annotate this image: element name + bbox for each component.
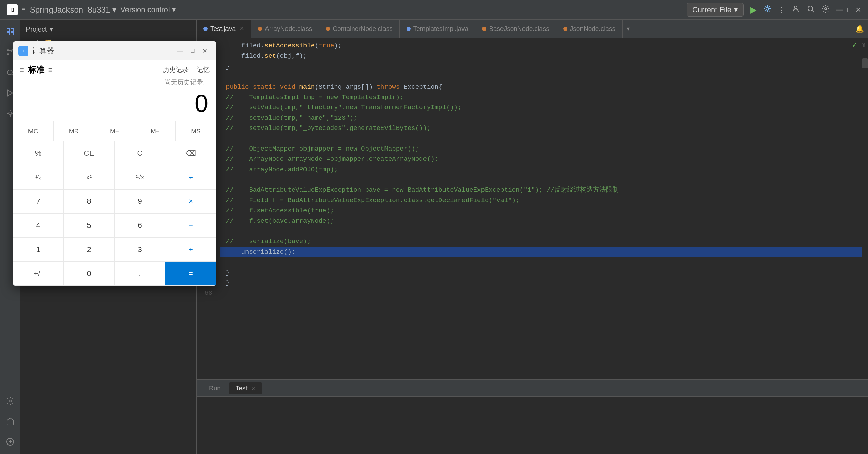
calculator-history-empty: 尚无历史记录。 — [13, 75, 216, 90]
calculator-percent-button[interactable]: % — [13, 141, 64, 165]
margin-indicator: m — [861, 41, 865, 49]
project-label[interactable]: SpringJackson_8u331 ▾ — [30, 5, 117, 15]
bottom-tab-close-icon[interactable]: ✕ — [251, 386, 255, 391]
tab-dot — [482, 27, 486, 31]
run-button[interactable]: ▶ — [750, 5, 756, 15]
calculator-c-button[interactable]: C — [115, 141, 165, 165]
close-button[interactable]: ✕ — [855, 6, 861, 14]
calculator-ms-button[interactable]: MS — [176, 121, 216, 141]
tab-bar: Test.java ✕ ArrayNode.class ContainerNod… — [197, 20, 868, 38]
calculator-square-button[interactable]: x² — [64, 165, 115, 190]
calculator-minimize-button[interactable]: — — [174, 45, 186, 57]
code-line: // setValue(tmp,"_name","123"); — [220, 113, 862, 123]
current-file-text: Current File — [692, 5, 731, 14]
calculator-1-button[interactable]: 1 — [13, 238, 64, 262]
svg-rect-10 — [7, 33, 9, 35]
code-line: filed.setAccessible(true); — [220, 41, 862, 51]
svg-point-6 — [825, 8, 827, 10]
bottom-panel: Run Test ✕ — [197, 379, 868, 454]
bottom-tab-label: Run — [209, 384, 221, 392]
version-control-label[interactable]: Version control ▾ — [120, 5, 176, 14]
calculator-equals-button[interactable]: = — [165, 262, 216, 286]
code-line: // Field f = BadAttributeValueExpExcepti… — [220, 195, 862, 205]
scroll-indicator — [862, 58, 868, 68]
scroll-track[interactable] — [862, 38, 868, 379]
calculator-mplus-button[interactable]: M+ — [94, 121, 135, 141]
calculator-reciprocal-button[interactable]: ¹⁄ₓ — [13, 165, 64, 190]
file-tree-title: Project — [26, 25, 47, 33]
calculator-ce-button[interactable]: CE — [64, 141, 115, 165]
debug-button[interactable] — [763, 5, 771, 15]
svg-marker-16 — [8, 90, 13, 96]
tab-arraynode[interactable]: ArrayNode.class — [251, 20, 319, 38]
code-line: // arrayNode.addPOJO(tmp); — [220, 164, 862, 175]
calculator-history-link[interactable]: 历史记录 — [163, 65, 189, 74]
code-line: // f.setAccessible(true); — [220, 205, 862, 216]
code-line — [220, 257, 862, 267]
calculator-8-button[interactable]: 8 — [64, 190, 115, 214]
calculator-5-button[interactable]: 5 — [64, 214, 115, 238]
sidebar-icon-build[interactable] — [3, 415, 17, 428]
calculator-multiply-button[interactable]: × — [165, 190, 216, 214]
bottom-tab-run[interactable]: Run — [202, 382, 228, 394]
sidebar-icon-project[interactable] — [3, 25, 17, 39]
code-line: public static void main(String args[]) t… — [220, 82, 862, 92]
tab-more-button[interactable]: ▾ — [623, 25, 634, 33]
calculator-mode-label: 标准 — [28, 64, 44, 75]
calculator-decimal-button[interactable]: . — [115, 262, 165, 286]
calculator-subtract-button[interactable]: − — [165, 214, 216, 238]
code-line: // BadAttributeValueExpException bave = … — [220, 185, 862, 195]
calculator-3-button[interactable]: 3 — [115, 238, 165, 262]
calculator-9-button[interactable]: 9 — [115, 190, 165, 214]
settings-button[interactable] — [822, 5, 830, 15]
tab-templatesimpl[interactable]: TemplatesImpl.java — [400, 20, 476, 38]
minimize-button[interactable]: — — [836, 6, 843, 14]
tab-containernode[interactable]: ContainerNode.class — [319, 20, 399, 38]
calculator-divide-button[interactable]: ÷ — [165, 165, 216, 190]
calculator-0-button[interactable]: 0 — [64, 262, 115, 286]
hamburger-icon[interactable]: ≡ — [22, 6, 26, 14]
profile-button[interactable] — [792, 5, 800, 15]
calculator-memory-row: MC MR M+ M− MS — [13, 121, 216, 141]
calculator-2-button[interactable]: 2 — [64, 238, 115, 262]
calculator-mminus-button[interactable]: M− — [135, 121, 176, 141]
tab-close-icon[interactable]: ✕ — [240, 25, 244, 32]
calculator-add-button[interactable]: + — [165, 238, 216, 262]
current-file-button[interactable]: Current File ▾ — [687, 3, 744, 17]
code-editor[interactable]: 42 43 — [197, 38, 868, 379]
tab-label: Test.java — [210, 25, 236, 33]
calculator-7-button[interactable]: 7 — [13, 190, 64, 214]
calculator-4-button[interactable]: 4 — [13, 214, 64, 238]
tab-jsonnode[interactable]: JsonNode.class — [556, 20, 623, 38]
app-icon: IJ — [7, 4, 18, 15]
svg-point-2 — [766, 7, 769, 10]
tab-label: ArrayNode.class — [265, 25, 312, 33]
notification-bell[interactable]: 🔔 — [851, 25, 868, 33]
tab-test-java[interactable]: Test.java ✕ — [197, 20, 251, 38]
calculator-mr-button[interactable]: MR — [54, 121, 94, 141]
calculator-mode-icon[interactable]: ≡ — [48, 66, 53, 74]
tab-basejsonnode[interactable]: BaseJsonNode.class — [475, 20, 556, 38]
calculator-sqrt-button[interactable]: ²√x — [115, 165, 165, 190]
sidebar-icon-plugins[interactable] — [3, 435, 17, 449]
maximize-button[interactable]: □ — [847, 6, 851, 14]
calculator-negate-button[interactable]: +/- — [13, 262, 64, 286]
more-button[interactable]: ⋮ — [778, 6, 785, 14]
svg-rect-8 — [11, 29, 13, 31]
calculator-mc-button[interactable]: MC — [13, 121, 54, 141]
calculator-menu-icon[interactable]: ≡ — [20, 65, 24, 74]
title-bar: IJ ≡ SpringJackson_8u331 ▾ Version contr… — [0, 0, 868, 20]
svg-point-12 — [7, 54, 9, 55]
code-line — [220, 72, 862, 82]
title-bar-left: IJ ≡ SpringJackson_8u331 ▾ Version contr… — [7, 4, 176, 15]
calculator-backspace-button[interactable]: ⌫ — [165, 141, 216, 165]
calculator-close-button[interactable]: ✕ — [199, 45, 211, 57]
calculator-memory-link[interactable]: 记忆 — [197, 65, 210, 74]
sidebar-icon-settings[interactable] — [3, 394, 17, 408]
calculator-6-button[interactable]: 6 — [115, 214, 165, 238]
search-button[interactable] — [807, 5, 815, 15]
bottom-tab-test[interactable]: Test ✕ — [229, 382, 262, 394]
svg-point-17 — [9, 112, 12, 115]
bottom-tabs: Run Test ✕ — [197, 380, 868, 397]
calculator-maximize-button[interactable]: □ — [186, 45, 199, 57]
